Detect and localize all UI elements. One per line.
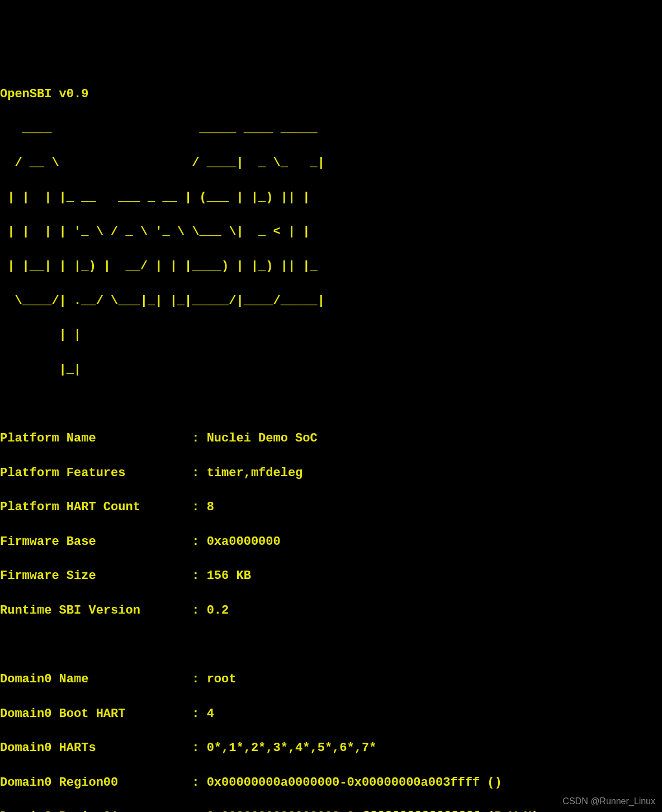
label: Firmware Size — [0, 569, 192, 583]
separator: : — [192, 707, 206, 721]
label: Domain0 HARTs — [0, 741, 192, 755]
ascii-art-line: | | — [0, 327, 662, 344]
ascii-art-line: | | | | '_ \ / _ \ '_ \ \___ \| _ < | | — [0, 224, 662, 241]
label: Domain0 Name — [0, 672, 192, 686]
domain-harts-row: Domain0 HARTs : 0*,1*,2*,3*,4*,5*,6*,7* — [0, 740, 662, 757]
platform-features-row: Platform Features : timer,mfdeleg — [0, 465, 662, 482]
runtime-sbi-row: Runtime SBI Version : 0.2 — [0, 602, 662, 620]
separator: : — [192, 431, 206, 445]
separator: : — [192, 466, 206, 480]
firmware-size-row: Firmware Size : 156 KB — [0, 568, 662, 585]
label: Domain0 Region00 — [0, 776, 192, 790]
separator: : — [192, 776, 206, 790]
label: Runtime SBI Version — [0, 604, 192, 618]
value: 4 — [207, 707, 214, 721]
version-line: OpenSBI v0.9 — [0, 86, 662, 103]
value: 0*,1*,2*,3*,4*,5*,6*,7* — [207, 741, 377, 755]
label: Domain0 Region01 — [0, 810, 192, 812]
domain-region00-row: Domain0 Region00 : 0x00000000a0000000-0x… — [0, 775, 662, 792]
label: Platform Name — [0, 431, 192, 445]
separator: : — [192, 535, 206, 549]
terminal-output: OpenSBI v0.9 ____ _____ ____ _____ / __ … — [0, 69, 662, 812]
ascii-art-line: \____/| .__/ \___|_| |_|_____/|____/____… — [0, 293, 662, 310]
value: 156 KB — [207, 569, 251, 583]
watermark: CSDN @Runner_Linux — [562, 795, 655, 808]
value: root — [207, 672, 237, 686]
firmware-base-row: Firmware Base : 0xa0000000 — [0, 534, 662, 551]
label: Domain0 Boot HART — [0, 707, 192, 721]
label: Platform HART Count — [0, 500, 192, 514]
separator: : — [192, 810, 206, 812]
separator: : — [192, 741, 206, 755]
domain-name-row: Domain0 Name : root — [0, 671, 662, 688]
ascii-art-line: / __ \ / ____| _ \_ _| — [0, 155, 662, 172]
value: timer,mfdeleg — [207, 466, 303, 480]
blank-line — [0, 637, 662, 654]
ascii-art-line: ____ _____ ____ _____ — [0, 121, 662, 138]
separator: : — [192, 672, 206, 686]
platform-hart-count-row: Platform HART Count : 8 — [0, 499, 662, 516]
platform-name-row: Platform Name : Nuclei Demo SoC — [0, 430, 662, 448]
ascii-art-line: | |__| | |_) | __/ | | |____) | |_) || |… — [0, 258, 662, 276]
separator: : — [192, 500, 206, 514]
ascii-art-line: |_| — [0, 362, 662, 379]
separator: : — [192, 569, 206, 583]
domain-region01-row: Domain0 Region01 : 0x0000000000000000-0x… — [0, 809, 662, 812]
label: Platform Features — [0, 466, 192, 480]
ascii-art-line: | | | |_ __ ___ _ __ | (___ | |_) || | — [0, 189, 662, 207]
blank-line — [0, 396, 662, 413]
value: 0xa0000000 — [207, 535, 281, 549]
value: 0.2 — [207, 604, 229, 618]
value: 0x00000000a0000000-0x00000000a003ffff () — [207, 776, 502, 790]
domain-boot-hart-row: Domain0 Boot HART : 4 — [0, 706, 662, 723]
value: 0x0000000000000000-0xffffffffffffffff (R… — [207, 810, 539, 812]
label: Firmware Base — [0, 535, 192, 549]
value: 8 — [207, 500, 214, 514]
separator: : — [192, 604, 206, 618]
value: Nuclei Demo SoC — [207, 431, 318, 445]
